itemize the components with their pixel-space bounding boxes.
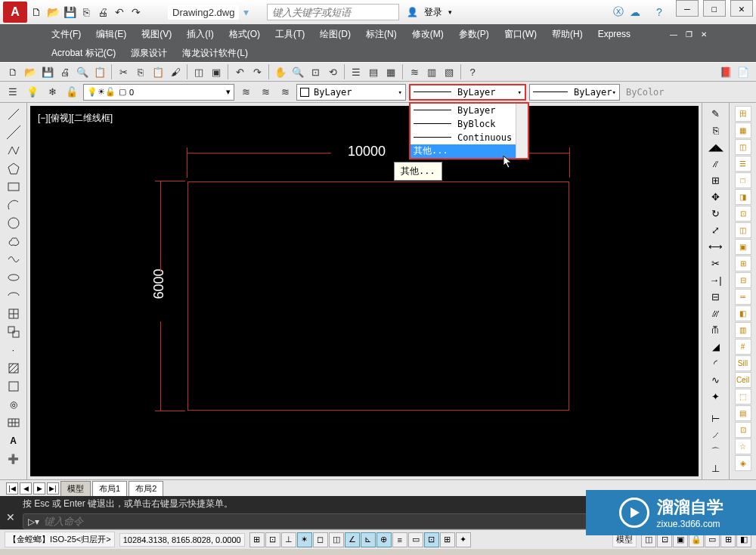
plugin-btn[interactable]: □ <box>735 172 751 188</box>
help-icon[interactable]: ? <box>652 5 667 20</box>
undo-icon[interactable]: ↶ <box>231 64 248 80</box>
plugin-btn[interactable]: ⊟ <box>735 272 751 288</box>
trim-tool[interactable]: ✂ <box>708 256 724 271</box>
linetype-combo[interactable]: ByLayer ▾ ByLayer ByBlock Continuous 其他.… <box>409 84 526 101</box>
tab-layout1[interactable]: 布局1 <box>92 481 127 496</box>
help-icon[interactable]: ? <box>464 64 481 80</box>
redo-icon[interactable]: ↷ <box>249 64 265 80</box>
rotate-tool[interactable]: ↻ <box>708 206 724 222</box>
explode-tool[interactable]: ✦ <box>708 389 724 405</box>
fillet-tool[interactable]: ◜ <box>708 355 724 371</box>
exchange-icon[interactable]: ⓧ <box>611 5 626 20</box>
command-input[interactable] <box>44 516 271 527</box>
zoom-window-icon[interactable]: ⊡ <box>307 64 324 80</box>
minimize-button[interactable]: — <box>676 0 699 17</box>
extend-tool[interactable]: →| <box>708 272 724 288</box>
mirror-tool[interactable]: ◢◣ <box>708 139 724 155</box>
dropdown-scrollbar[interactable] <box>516 104 528 158</box>
pan-icon[interactable]: ✋ <box>272 64 289 80</box>
plugin-btn[interactable]: ▥ <box>735 322 751 338</box>
scale-tool[interactable]: ⤢ <box>708 222 724 238</box>
gradient-tool[interactable] <box>5 378 22 395</box>
spline-tool[interactable] <box>5 251 22 268</box>
layer-icon[interactable]: ≋ <box>406 64 423 80</box>
circle-tool[interactable] <box>5 215 22 231</box>
cut-icon[interactable]: ✂ <box>115 64 132 80</box>
tab-nav-prev[interactable]: ◀ <box>20 482 32 495</box>
color-combo[interactable]: ByLayer ▾ <box>296 84 406 101</box>
layer-manager-icon[interactable]: ☰ <box>5 84 21 101</box>
addselect-tool[interactable]: ➕ <box>5 451 22 467</box>
lineweight-combo[interactable]: ByLayer ▾ <box>529 84 620 101</box>
ellipse-arc-tool[interactable] <box>5 287 22 304</box>
cmd-close-icon[interactable]: ✕ <box>6 511 15 523</box>
tool3-icon[interactable]: ▧ <box>441 64 457 80</box>
save-icon[interactable]: 💾 <box>62 5 77 20</box>
plugin-btn[interactable]: ☰ <box>735 156 751 172</box>
plugin-btn[interactable]: ◧ <box>735 305 751 321</box>
plugin-btn[interactable]: # <box>735 339 751 355</box>
drawing-area[interactable]: [−][俯视][二维线框] 10000 6000 <box>30 106 699 476</box>
ducs-toggle[interactable]: ⊾ <box>361 532 376 547</box>
break-tool[interactable]: ⊟ <box>708 289 724 305</box>
blend-tool[interactable]: ∿ <box>708 372 724 388</box>
close-button[interactable]: ✕ <box>730 0 753 17</box>
tab-nav-last[interactable]: ▶| <box>47 482 59 495</box>
app-logo[interactable]: A <box>3 2 27 23</box>
tab-layout2[interactable]: 布局2 <box>129 481 163 496</box>
redo-icon[interactable]: ↷ <box>129 5 144 20</box>
zoom-prev-icon[interactable]: ⟲ <box>324 64 341 80</box>
menu-dimension[interactable]: 标注(N) <box>360 25 403 44</box>
block-icon[interactable]: ◫ <box>191 64 207 80</box>
make-block-tool[interactable] <box>5 324 22 340</box>
plugin-btn[interactable]: ⊞ <box>735 256 751 271</box>
menu-view[interactable]: 视图(V) <box>135 25 178 44</box>
plugin-btn[interactable]: ◫ <box>735 222 751 238</box>
plugin-btn[interactable]: ◨ <box>735 189 751 205</box>
cloud-icon[interactable]: ☁ <box>627 5 643 20</box>
copy-tool[interactable]: ⎘ <box>708 122 724 138</box>
login-area[interactable]: 👤 登录 ▾ <box>407 6 452 19</box>
layer-state-icon[interactable]: 💡 <box>24 84 41 101</box>
tab-nav-next[interactable]: ▶ <box>33 482 45 495</box>
offset-tool[interactable]: ⫽ <box>708 156 724 172</box>
maximize-button[interactable]: ☐ <box>703 0 726 17</box>
saveas-icon[interactable]: ⎘ <box>79 5 94 20</box>
menu-format[interactable]: 格式(O) <box>223 25 266 44</box>
open-icon[interactable]: 📂 <box>45 5 60 20</box>
plugin-btn[interactable]: ☆ <box>735 439 751 454</box>
table-tool[interactable] <box>5 414 22 431</box>
erase-tool[interactable]: ✎ <box>708 106 724 122</box>
xline-tool[interactable] <box>5 124 22 141</box>
menu-draw[interactable]: 绘图(D) <box>314 25 357 44</box>
insert-block-tool[interactable] <box>5 305 22 322</box>
sc-toggle[interactable]: ⊞ <box>440 532 455 547</box>
search-input[interactable] <box>267 4 399 20</box>
break2-tool[interactable]: ⫻ <box>708 305 724 321</box>
menu-edit[interactable]: 编辑(E) <box>90 25 132 44</box>
plugin-btn[interactable]: ▣ <box>735 239 751 255</box>
sub-restore[interactable]: ❐ <box>682 28 696 40</box>
layer-btn-2[interactable]: ≋ <box>257 84 274 101</box>
menu-insert[interactable]: 插入(I) <box>181 25 219 44</box>
polar-toggle[interactable]: ✶ <box>297 532 312 547</box>
pdf2-icon[interactable]: 📄 <box>735 64 751 80</box>
sheet-icon[interactable]: ▤ <box>365 64 382 80</box>
dim-linear-icon[interactable]: ⊢ <box>708 411 724 426</box>
menu-param[interactable]: 参数(P) <box>453 25 495 44</box>
view-label[interactable]: [−][俯视][二维线框] <box>38 112 113 125</box>
menu-file[interactable]: 文件(F) <box>45 25 87 44</box>
dim-ord-icon[interactable]: ⊥ <box>708 460 724 476</box>
preview-icon[interactable]: 🔍 <box>74 64 91 80</box>
menu-modify[interactable]: 修改(M) <box>406 25 450 44</box>
line-tool[interactable] <box>5 106 22 122</box>
menu-yuanquan[interactable]: 源泉设计 <box>125 44 173 63</box>
plugin-btn[interactable]: ▦ <box>735 122 751 138</box>
plugin-btn[interactable]: ⊡ <box>735 422 751 438</box>
matchprop-icon[interactable]: 🖌 <box>167 64 184 80</box>
paste-icon[interactable]: 📋 <box>150 64 166 80</box>
properties-icon[interactable]: ☰ <box>348 64 364 80</box>
move-tool[interactable]: ✥ <box>708 189 724 205</box>
open-icon[interactable]: 📂 <box>22 64 39 80</box>
sub-close[interactable]: ✕ <box>697 28 711 40</box>
